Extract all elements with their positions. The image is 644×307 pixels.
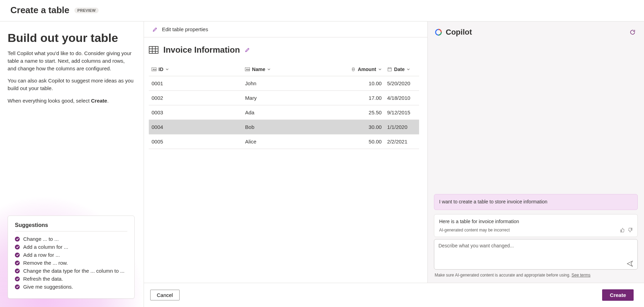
legal-text: Make sure AI-generated content is accura… xyxy=(428,272,644,278)
svg-rect-16 xyxy=(620,230,621,232)
refresh-icon[interactable] xyxy=(629,29,636,35)
cell-date[interactable]: 9/12/2015 xyxy=(384,105,419,120)
svg-rect-0 xyxy=(149,46,158,53)
suggestion-item[interactable]: Change the data type for the ... column … xyxy=(15,267,127,275)
check-circle-icon xyxy=(15,284,20,289)
edit-table-name-icon[interactable] xyxy=(245,47,250,53)
suggestion-item[interactable]: Give me suggestions. xyxy=(15,283,127,291)
check-circle-icon xyxy=(15,237,20,242)
cell-id[interactable]: 0001 xyxy=(149,76,242,91)
cell-amount[interactable]: 10.00 xyxy=(346,76,384,91)
calendar-type-icon xyxy=(387,67,392,71)
column-header-name[interactable]: Abc Name xyxy=(242,63,346,76)
svg-rect-11 xyxy=(388,68,391,71)
user-message: I want to create a table to store invoic… xyxy=(434,194,638,210)
left-heading: Build out your table xyxy=(8,31,135,45)
preview-badge: PREVIEW xyxy=(74,8,99,13)
cell-amount[interactable]: 25.50 xyxy=(346,105,384,120)
cell-id[interactable]: 0004 xyxy=(149,120,242,134)
table-row[interactable]: 0003Ada25.509/12/2015 xyxy=(149,105,419,120)
ai-disclaimer: AI-generated content may be incorrect xyxy=(439,228,510,233)
copilot-brand: Copilot xyxy=(435,28,472,37)
table-title-row: Invoice Information xyxy=(149,45,419,55)
send-icon[interactable] xyxy=(626,260,633,267)
footer-bar: Cancel Create xyxy=(144,283,644,307)
column-header-date[interactable]: Date xyxy=(384,63,419,76)
svg-text:Abc: Abc xyxy=(153,68,156,71)
chevron-down-icon xyxy=(267,68,271,71)
suggestion-item[interactable]: Remove the ... row. xyxy=(15,259,127,267)
cell-date[interactable]: 4/18/2010 xyxy=(384,91,419,105)
thumbs-up-icon[interactable] xyxy=(620,228,625,233)
text-type-icon: Abc xyxy=(245,67,250,71)
svg-rect-17 xyxy=(632,228,632,230)
copilot-panel: Copilot I want to create a table to stor… xyxy=(428,21,644,307)
center-panel: Edit table properties Invoice Informatio… xyxy=(144,21,428,307)
check-circle-icon xyxy=(15,253,20,257)
page-title: Create a table xyxy=(10,5,70,16)
table-row[interactable]: 0004Bob30.001/1/2020 xyxy=(149,120,419,134)
cell-name[interactable]: Bob xyxy=(242,120,346,134)
copilot-input[interactable] xyxy=(438,243,633,257)
cell-name[interactable]: Ada xyxy=(242,105,346,120)
cell-date[interactable]: 1/1/2020 xyxy=(384,120,419,134)
see-terms-link[interactable]: See terms xyxy=(572,273,591,278)
chevron-down-icon xyxy=(165,68,169,71)
copilot-input-box[interactable] xyxy=(434,239,638,270)
check-circle-icon xyxy=(15,261,20,265)
suggestion-item[interactable]: Add a row for ... xyxy=(15,251,127,259)
page-header: Create a table PREVIEW xyxy=(0,0,644,21)
text-type-icon: Abc xyxy=(152,67,156,71)
chat-thread: I want to create a table to store invoic… xyxy=(428,40,644,237)
thumbs-down-icon[interactable] xyxy=(628,228,633,233)
suggestion-item[interactable]: Add a column for ... xyxy=(15,243,127,251)
check-circle-icon xyxy=(15,277,20,281)
cell-amount[interactable]: 30.00 xyxy=(346,120,384,134)
edit-table-properties-link[interactable]: Edit table properties xyxy=(144,21,427,37)
table-icon xyxy=(149,46,158,54)
pencil-icon xyxy=(152,27,158,32)
check-circle-icon xyxy=(15,245,20,249)
table-name: Invoice Information xyxy=(163,45,240,55)
cancel-button[interactable]: Cancel xyxy=(150,290,180,300)
divider xyxy=(15,231,127,231)
cell-name[interactable]: Mary xyxy=(242,91,346,105)
left-paragraph-2: You can also ask Copilot to suggest more… xyxy=(8,77,135,92)
cell-date[interactable]: 2/2/2021 xyxy=(384,134,419,149)
left-panel: Build out your table Tell Copilot what y… xyxy=(0,21,144,307)
table-row[interactable]: 0001John10.005/20/2020 xyxy=(149,76,419,91)
check-circle-icon xyxy=(15,269,20,273)
left-paragraph-3: When everything looks good, select Creat… xyxy=(8,97,135,105)
cell-amount[interactable]: 50.00 xyxy=(346,134,384,149)
ai-message: Here is a table for invoice information … xyxy=(434,214,638,237)
left-paragraph-1: Tell Copilot what you'd like to do. Cons… xyxy=(8,50,135,72)
cell-name[interactable]: John xyxy=(242,76,346,91)
suggestion-item[interactable]: Change ... to ... xyxy=(15,235,127,243)
copilot-logo-icon xyxy=(435,28,442,36)
chevron-down-icon xyxy=(407,68,410,71)
cell-name[interactable]: Alice xyxy=(242,134,346,149)
data-table: Abc ID Abc Name xyxy=(149,63,419,149)
currency-type-icon xyxy=(351,67,356,71)
cell-id[interactable]: 0003 xyxy=(149,105,242,120)
column-header-id[interactable]: Abc ID xyxy=(149,63,242,76)
svg-text:Abc: Abc xyxy=(246,68,250,71)
suggestions-card: Suggestions Change ... to ...Add a colum… xyxy=(8,216,135,299)
column-header-amount[interactable]: Amount xyxy=(346,63,384,76)
suggestion-item[interactable]: Refresh the data. xyxy=(15,275,127,283)
create-button[interactable]: Create xyxy=(602,289,634,301)
cell-id[interactable]: 0005 xyxy=(149,134,242,149)
cell-amount[interactable]: 17.00 xyxy=(346,91,384,105)
chevron-down-icon xyxy=(378,68,382,71)
cell-date[interactable]: 5/20/2020 xyxy=(384,76,419,91)
table-row[interactable]: 0005Alice50.002/2/2021 xyxy=(149,134,419,149)
suggestions-heading: Suggestions xyxy=(15,222,127,228)
cell-id[interactable]: 0002 xyxy=(149,91,242,105)
table-row[interactable]: 0002Mary17.004/18/2010 xyxy=(149,91,419,105)
